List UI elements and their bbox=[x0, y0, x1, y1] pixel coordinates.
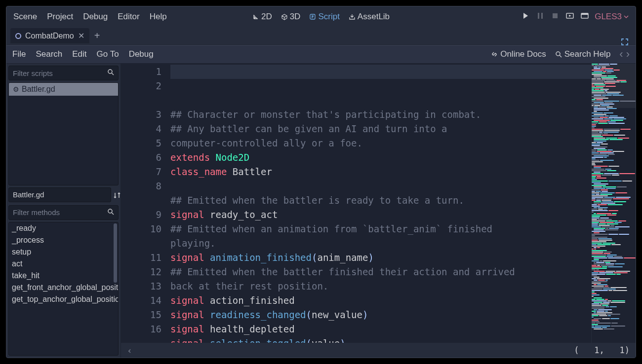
current-line-highlight bbox=[170, 65, 591, 79]
method-item[interactable]: get_front_anchor_global_position bbox=[9, 282, 118, 293]
scene-icon bbox=[15, 33, 21, 39]
workspace-script[interactable]: Script bbox=[309, 12, 339, 22]
script-menu-debug[interactable]: Debug bbox=[129, 49, 154, 59]
svg-line-8 bbox=[560, 55, 562, 57]
filter-scripts-input[interactable] bbox=[13, 69, 107, 77]
nav-backward-icon[interactable]: ‹ bbox=[127, 345, 132, 356]
script-menu-search[interactable]: Search bbox=[36, 49, 62, 59]
code-editor[interactable]: 12345678910111213141516 ## Character or … bbox=[121, 64, 636, 343]
statusbar: ‹ ( 1, 1) bbox=[121, 343, 636, 358]
search-help-link[interactable]: Search Help bbox=[555, 49, 611, 59]
svg-rect-2 bbox=[541, 13, 543, 19]
svg-point-11 bbox=[108, 209, 112, 213]
search-icon bbox=[107, 69, 114, 77]
method-item[interactable]: _ready bbox=[9, 222, 118, 234]
svg-rect-1 bbox=[538, 13, 539, 19]
go-forward-button[interactable]: › bbox=[626, 48, 630, 61]
minimap-viewport[interactable] bbox=[592, 64, 636, 108]
scrollbar[interactable] bbox=[114, 223, 117, 283]
menu-debug[interactable]: Debug bbox=[83, 12, 108, 22]
gutter: 12345678910111213141516 bbox=[121, 64, 170, 343]
method-item[interactable]: setup bbox=[9, 246, 118, 258]
online-docs-link[interactable]: Online Docs bbox=[491, 49, 546, 59]
script-menu-file[interactable]: File bbox=[12, 49, 26, 59]
workspace-3d[interactable]: 3D bbox=[281, 12, 301, 22]
pause-button[interactable] bbox=[536, 12, 544, 22]
workspace-tabs: 2D3DScriptAssetLib bbox=[252, 12, 390, 22]
method-list[interactable]: _ready_processsetupacttake_hitget_front_… bbox=[8, 222, 119, 356]
method-item[interactable]: act bbox=[9, 258, 118, 270]
menu-scene[interactable]: Scene bbox=[13, 12, 37, 22]
svg-point-7 bbox=[556, 52, 560, 56]
play-scene-button[interactable] bbox=[566, 12, 574, 22]
stop-button[interactable] bbox=[551, 12, 559, 22]
sort-methods-button[interactable] bbox=[113, 187, 121, 203]
current-script-row bbox=[8, 187, 111, 202]
menu-project[interactable]: Project bbox=[47, 12, 73, 22]
method-item[interactable]: _process bbox=[9, 234, 118, 246]
renderer-select[interactable]: GLES3 bbox=[595, 12, 629, 22]
method-item[interactable]: take_hit bbox=[9, 270, 118, 282]
scene-tab[interactable]: CombatDemo ✕ bbox=[10, 28, 89, 43]
close-icon[interactable]: ✕ bbox=[78, 31, 84, 40]
svg-line-10 bbox=[112, 73, 114, 75]
filter-methods-row bbox=[8, 205, 119, 220]
script-list[interactable]: ⚙ Battler.gd bbox=[8, 82, 119, 185]
play-custom-scene-button[interactable] bbox=[581, 12, 589, 22]
script-menu-go-to[interactable]: Go To bbox=[97, 49, 119, 59]
search-icon bbox=[107, 208, 114, 217]
script-list-item[interactable]: ⚙ Battler.gd bbox=[9, 83, 118, 96]
svg-rect-3 bbox=[553, 13, 558, 18]
distraction-free-icon[interactable] bbox=[621, 38, 629, 48]
svg-line-12 bbox=[112, 213, 114, 215]
method-item[interactable]: get_top_anchor_global_position bbox=[9, 293, 118, 305]
minimap[interactable] bbox=[591, 64, 636, 343]
workspace-2d[interactable]: 2D bbox=[252, 12, 272, 22]
play-button[interactable] bbox=[522, 12, 529, 22]
add-scene-button[interactable]: + bbox=[91, 30, 103, 41]
go-back-button[interactable]: ‹ bbox=[619, 48, 623, 61]
current-script-input[interactable] bbox=[13, 190, 107, 199]
menubar: SceneProjectDebugEditorHelp 2D3DScriptAs… bbox=[6, 6, 636, 27]
script-side-panel: ⚙ Battler.gd _ready_processs bbox=[6, 64, 121, 358]
filter-methods-input[interactable] bbox=[13, 208, 107, 217]
filter-scripts-row bbox=[8, 66, 119, 80]
script-item-label: Battler.gd bbox=[22, 85, 55, 94]
menu-editor[interactable]: Editor bbox=[118, 12, 139, 22]
svg-rect-6 bbox=[581, 13, 588, 15]
scene-tab-label: CombatDemo bbox=[25, 32, 74, 40]
script-toolbar: FileSearchEditGo ToDebug Online Docs Sea… bbox=[6, 45, 636, 64]
gear-icon: ⚙ bbox=[13, 85, 19, 93]
svg-point-9 bbox=[108, 70, 112, 73]
script-menu-edit[interactable]: Edit bbox=[72, 49, 86, 59]
workspace-assetlib[interactable]: AssetLib bbox=[349, 12, 390, 22]
menu-help[interactable]: Help bbox=[150, 12, 167, 22]
cursor-position: ( 1, 1) bbox=[574, 345, 630, 355]
scene-tabs: CombatDemo ✕ + bbox=[6, 27, 636, 45]
